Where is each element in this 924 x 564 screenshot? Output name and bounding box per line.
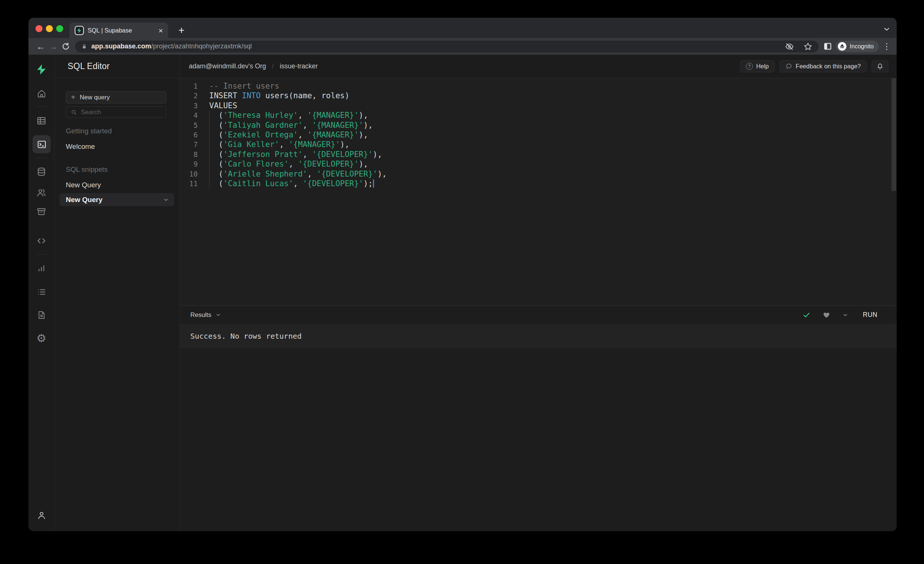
line-number: 8: [180, 150, 204, 159]
maximize-window-button[interactable]: [56, 25, 63, 32]
favorite-heart-icon[interactable]: [822, 311, 831, 319]
results-dropdown-label[interactable]: Results: [190, 311, 212, 319]
tab-search-chevron-icon[interactable]: [883, 25, 891, 33]
account-person-icon[interactable]: [33, 507, 50, 524]
page-title: SQL Editor: [68, 61, 110, 71]
storage-icon[interactable]: [33, 203, 50, 220]
query-result-row: Success. No rows returned: [180, 324, 897, 348]
supabase-favicon-icon: [75, 26, 84, 35]
browser-tab[interactable]: SQL | Supabase ×: [69, 22, 168, 38]
sql-editor-icon-selected[interactable]: [33, 135, 51, 153]
code-line[interactable]: 2INSERT INTO users(name, roles): [180, 91, 897, 100]
main-content: adam@windmill.dev's Org / issue-tracker …: [180, 55, 897, 531]
home-icon[interactable]: [33, 85, 50, 102]
results-chevron-icon[interactable]: [216, 312, 221, 318]
selected-item-label: New Query: [66, 196, 102, 204]
code-line[interactable]: 10 ('Arielle Shepherd', '{DEVELOPER}'),: [180, 169, 897, 179]
feedback-button[interactable]: Feedback on this page?: [780, 60, 867, 72]
editor-scrollbar[interactable]: [891, 78, 896, 191]
section-sql-snippets: SQL snippets: [66, 166, 108, 174]
api-docs-icon[interactable]: [33, 307, 50, 323]
close-window-button[interactable]: [36, 25, 42, 32]
search-box[interactable]: [66, 106, 166, 118]
line-number: 10: [180, 169, 204, 179]
run-button[interactable]: RUN: [863, 311, 878, 319]
code-line[interactable]: 6 ('Ezekiel Ortega', '{MANAGER}'),: [180, 130, 897, 140]
tab-title: SQL | Supabase: [88, 27, 132, 34]
rail-divider: [36, 158, 47, 158]
line-number: 4: [180, 111, 204, 120]
eye-off-icon[interactable]: [784, 42, 794, 51]
notifications-bell-button[interactable]: [872, 60, 888, 72]
breadcrumb-separator: /: [272, 63, 274, 70]
line-number: 11: [180, 179, 204, 188]
sidebar-item-welcome[interactable]: Welcome: [66, 142, 95, 151]
incognito-badge[interactable]: Incognito: [836, 40, 879, 52]
url-text: app.supabase.com/project/azahtnhqohyjerz…: [91, 42, 252, 50]
database-icon[interactable]: [33, 164, 50, 180]
help-button-label: Help: [756, 63, 769, 70]
url-path: /project/azahtnhqohyjerzaxtmk/sql: [151, 42, 252, 50]
search-input[interactable]: [81, 109, 155, 116]
side-panel-icon[interactable]: [823, 42, 832, 51]
code-line[interactable]: 7 ('Gia Keller', '{MANAGER}'),: [180, 140, 897, 149]
sidebar-item-new-query-selected[interactable]: New Query: [60, 193, 174, 206]
line-number: 7: [180, 140, 204, 149]
plus-icon: +: [71, 93, 75, 102]
code-line[interactable]: 9 ('Carlo Flores', '{DEVELOPER}'),: [180, 159, 897, 169]
chevron-down-icon[interactable]: [163, 197, 169, 203]
section-getting-started: Getting started: [66, 127, 112, 135]
breadcrumb-header: adam@windmill.dev's Org / issue-tracker …: [180, 55, 897, 78]
browser-toolbar: ← → app.supabase.com/project/azahtnhqohy…: [28, 38, 897, 55]
results-bar: Results RUN: [180, 305, 897, 324]
code-line[interactable]: 8 ('Jefferson Pratt', '{DEVELOPER}'),: [180, 150, 897, 159]
rail-divider: [36, 106, 47, 107]
line-number: 6: [180, 130, 204, 140]
breadcrumb-org[interactable]: adam@windmill.dev's Org: [189, 63, 266, 70]
settings-gear-icon[interactable]: ⚙: [33, 330, 50, 346]
authentication-users-icon[interactable]: [33, 185, 50, 201]
lock-icon: [81, 43, 88, 50]
logs-list-icon[interactable]: [33, 284, 50, 300]
minimize-window-button[interactable]: [46, 25, 53, 32]
code-line[interactable]: 3VALUES: [180, 101, 897, 111]
supabase-logo-icon[interactable]: [33, 61, 50, 78]
help-button[interactable]: ? Help: [740, 60, 775, 72]
table-editor-icon[interactable]: [33, 113, 50, 129]
sidebar-item-new-query[interactable]: New Query: [66, 181, 101, 189]
breadcrumb-project[interactable]: issue-tracker: [280, 63, 318, 70]
line-number: 9: [180, 159, 204, 169]
status-text: Success. No rows returned: [190, 332, 302, 341]
tab-close-icon[interactable]: ×: [159, 27, 163, 34]
sql-code-editor[interactable]: 1-- Insert users2INSERT INTO users(name,…: [180, 78, 897, 305]
browser-menu-icon[interactable]: ⋮: [883, 42, 891, 51]
new-query-button[interactable]: + New query: [66, 91, 166, 103]
back-button[interactable]: ←: [34, 41, 47, 52]
code-line[interactable]: 11 ('Caitlin Lucas', '{DEVELOPER}');: [180, 179, 897, 188]
address-bar[interactable]: app.supabase.com/project/azahtnhqohyjerz…: [75, 40, 819, 52]
code-line[interactable]: 1-- Insert users: [180, 81, 897, 91]
new-tab-button[interactable]: +: [174, 23, 189, 38]
reports-chart-icon[interactable]: [33, 260, 50, 277]
bookmark-star-icon[interactable]: [803, 42, 813, 51]
line-number: 5: [180, 120, 204, 130]
help-question-icon: ?: [746, 63, 753, 70]
feedback-bubble-icon: [785, 63, 792, 70]
traffic-lights: [36, 25, 63, 32]
run-options-chevron-icon[interactable]: [842, 312, 848, 318]
edge-functions-icon[interactable]: [33, 233, 50, 249]
line-number: 3: [180, 101, 204, 111]
icon-rail: ⚙: [28, 55, 55, 531]
incognito-label: Incognito: [850, 43, 874, 50]
incognito-spy-icon: [838, 42, 846, 51]
indent-guide: [209, 111, 210, 189]
code-line[interactable]: 4 ('Theresa Hurley', '{MANAGER}'),: [180, 111, 897, 120]
search-icon: [70, 109, 77, 115]
reload-button[interactable]: [60, 42, 72, 51]
code-line[interactable]: 5 ('Taliyah Gardner', '{MANAGER}'),: [180, 120, 897, 130]
tab-strip: SQL | Supabase × +: [28, 18, 897, 38]
panel-header: SQL Editor: [55, 55, 180, 78]
browser-window: SQL | Supabase × + ← → app.supabase.com/…: [28, 18, 897, 531]
new-query-button-label: New query: [80, 94, 110, 101]
forward-button[interactable]: →: [47, 41, 60, 52]
